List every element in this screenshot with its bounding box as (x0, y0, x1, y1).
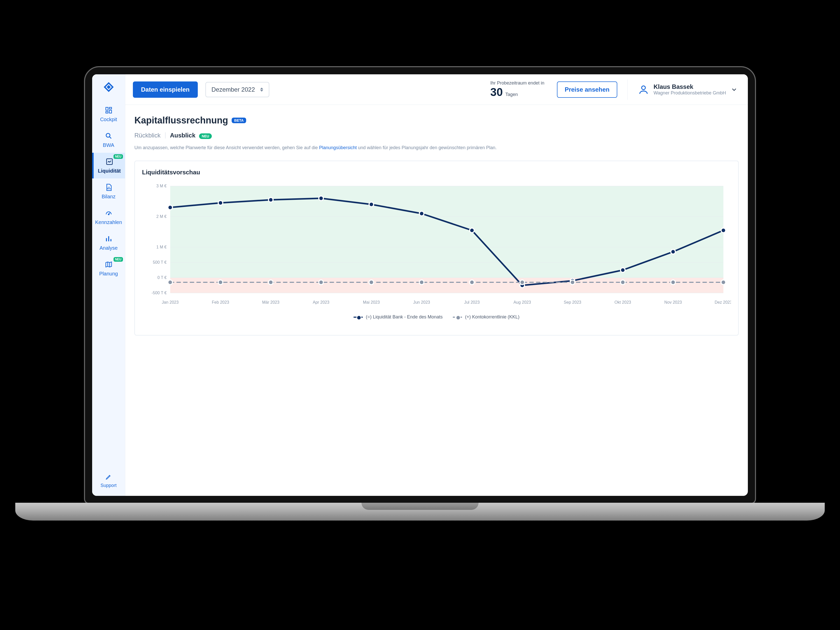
svg-text:Jul 2023: Jul 2023 (464, 300, 480, 305)
svg-point-59 (721, 280, 726, 284)
svg-point-47 (721, 228, 726, 233)
svg-point-41 (419, 211, 424, 216)
svg-point-38 (268, 197, 273, 202)
svg-point-53 (419, 280, 424, 284)
avatar-icon (638, 84, 649, 95)
svg-text:Dez 2023: Dez 2023 (715, 300, 731, 305)
trial-unit: Tagen (505, 92, 518, 97)
sidebar: CockpitBWALiquiditätNEUBilanzKennzahlenA… (92, 74, 125, 496)
svg-text:Mai 2023: Mai 2023 (363, 300, 380, 305)
period-selector[interactable]: Dezember 2022 (205, 82, 269, 97)
dash-swatch-icon (453, 317, 462, 318)
user-menu[interactable]: Klaus Bassek Wagner Produktionsbetriebe … (638, 83, 740, 96)
legend-label-2: (+) Kontokorrentlinie (KKL) (465, 314, 519, 320)
support-label: Support (101, 483, 117, 488)
beta-badge: BETA (232, 118, 246, 123)
svg-point-58 (671, 280, 675, 284)
gauge-icon (104, 209, 113, 217)
svg-point-50 (268, 280, 273, 284)
svg-text:Okt 2023: Okt 2023 (614, 300, 631, 305)
svg-rect-3 (109, 107, 112, 109)
sidebar-item-label: Liquidität (98, 168, 121, 174)
page-title: Kapitalflussrechnung (134, 115, 228, 126)
line-swatch-icon (354, 317, 363, 318)
svg-point-6 (106, 133, 110, 137)
svg-marker-1 (107, 85, 111, 89)
pencil-icon (106, 474, 112, 482)
svg-point-9 (641, 86, 645, 90)
svg-text:Jun 2023: Jun 2023 (413, 300, 430, 305)
hint-text: Um anzupassen, welche Planwerte für dies… (134, 145, 739, 150)
svg-point-8 (108, 214, 109, 215)
svg-point-45 (621, 268, 625, 272)
svg-point-46 (671, 249, 675, 254)
chart-legend: (=) Liquidität Bank - Ende des Monats (+… (142, 314, 731, 320)
sidebar-item-label: BWA (103, 142, 114, 148)
sidebar-item-kennzahlen[interactable]: Kennzahlen (92, 204, 125, 230)
tab-separator (165, 133, 166, 139)
trial-days: 30 (490, 86, 503, 98)
user-name: Klaus Bassek (654, 83, 726, 90)
tab-ausblick[interactable]: Ausblick NEU (170, 132, 212, 139)
period-selector-value: Dezember 2022 (212, 86, 255, 93)
svg-text:-500 T €: -500 T € (152, 291, 166, 295)
sheet-icon (104, 183, 113, 192)
content: Kapitalflussrechnung BETA Rückblick Ausb… (125, 105, 748, 496)
logo (92, 81, 125, 93)
new-badge: NEU (114, 257, 123, 262)
svg-point-57 (621, 280, 625, 284)
cashflow-icon (105, 157, 114, 166)
divider (627, 79, 628, 100)
svg-text:3 M €: 3 M € (156, 183, 166, 188)
svg-text:Sep 2023: Sep 2023 (564, 300, 581, 305)
trial-info: Ihr Probezeitraum endet in 30 Tagen (490, 81, 544, 98)
svg-rect-4 (109, 110, 112, 113)
sidebar-item-label: Bilanz (101, 194, 115, 200)
sidebar-item-label: Cockpit (100, 117, 117, 122)
svg-point-54 (470, 280, 474, 284)
svg-text:Nov 2023: Nov 2023 (664, 300, 682, 305)
svg-rect-11 (170, 278, 723, 293)
sidebar-item-support[interactable]: Support (92, 468, 125, 496)
trial-text: Ihr Probezeitraum endet in (490, 81, 544, 86)
svg-text:Aug 2023: Aug 2023 (513, 300, 531, 305)
tab-ausblick-label: Ausblick (170, 132, 196, 139)
tabs: Rückblick Ausblick NEU (134, 132, 739, 139)
svg-text:2 M €: 2 M € (156, 214, 166, 219)
svg-text:Jan 2023: Jan 2023 (162, 300, 179, 305)
bars-icon (104, 234, 113, 243)
sidebar-item-bilanz[interactable]: Bilanz (92, 178, 125, 204)
legend-label-1: (=) Liquidität Bank - Ende des Monats (366, 314, 443, 320)
svg-point-51 (319, 280, 323, 284)
sidebar-item-analyse[interactable]: Analyse (92, 230, 125, 256)
sidebar-item-bwa[interactable]: BWA (92, 127, 125, 153)
chart-card: Liquiditätsvorschau -500 T €0 T €500 T €… (134, 161, 739, 335)
svg-text:Feb 2023: Feb 2023 (212, 300, 229, 305)
new-badge: NEU (114, 154, 123, 159)
sidebar-item-liquidität[interactable]: LiquiditätNEU (92, 153, 125, 178)
tab-rueckblick[interactable]: Rückblick (134, 132, 161, 139)
sidebar-item-planung[interactable]: PlanungNEU (92, 256, 125, 281)
plan-overview-link[interactable]: Planungsübersicht (319, 145, 357, 150)
svg-text:500 T €: 500 T € (153, 260, 167, 264)
svg-point-56 (570, 280, 575, 284)
sidebar-item-cockpit[interactable]: Cockpit (92, 101, 125, 127)
chart-title: Liquiditätsvorschau (142, 169, 731, 176)
chart: -500 T €0 T €500 T €1 M €2 M €3 M €Jan 2… (142, 181, 731, 308)
user-org: Wagner Produktionsbetriebe GmbH (654, 90, 726, 96)
legend-item-liquidity: (=) Liquidität Bank - Ende des Monats (354, 314, 443, 320)
svg-text:Mär 2023: Mär 2023 (262, 300, 279, 305)
import-data-button[interactable]: Daten einspielen (133, 81, 198, 98)
svg-point-40 (369, 202, 374, 207)
legend-item-kkl: (+) Kontokorrentlinie (KKL) (453, 314, 519, 320)
sidebar-item-label: Planung (99, 271, 118, 277)
svg-point-55 (520, 280, 524, 284)
svg-point-49 (218, 280, 223, 284)
updown-icon (260, 88, 263, 92)
svg-point-39 (319, 196, 323, 201)
svg-point-36 (168, 205, 172, 210)
pricing-button[interactable]: Preise ansehen (557, 81, 617, 98)
svg-point-48 (168, 280, 172, 284)
magnifier-icon (104, 132, 113, 140)
sidebar-item-label: Analyse (99, 245, 118, 251)
